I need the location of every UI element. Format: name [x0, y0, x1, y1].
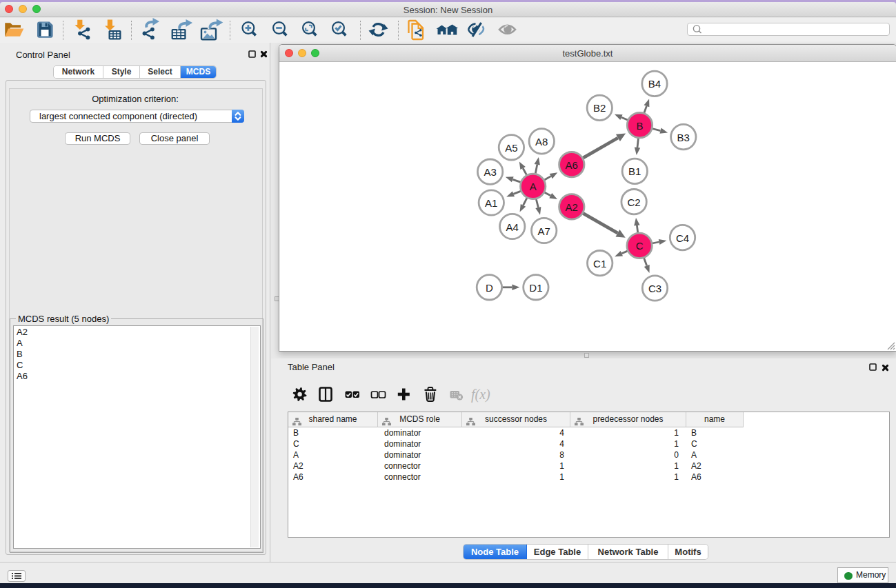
svg-text:A2: A2 [566, 201, 578, 213]
svg-text:D: D [486, 282, 493, 294]
svg-text:B2: B2 [593, 102, 606, 114]
svg-text:A4: A4 [506, 221, 519, 233]
svg-text:B3: B3 [677, 132, 690, 143]
svg-text:A8: A8 [535, 136, 548, 148]
svg-text:A6: A6 [566, 159, 578, 171]
svg-text:A: A [530, 181, 537, 192]
svg-text:C1: C1 [593, 258, 606, 270]
svg-text:D1: D1 [529, 282, 542, 294]
svg-text:C4: C4 [676, 232, 689, 244]
svg-text:C2: C2 [628, 196, 641, 208]
svg-text:A7: A7 [538, 225, 550, 237]
svg-text:B: B [636, 120, 643, 132]
svg-text:C3: C3 [648, 283, 661, 294]
svg-text:A1: A1 [485, 197, 497, 209]
svg-text:B4: B4 [648, 78, 661, 90]
svg-text:C: C [636, 240, 644, 252]
svg-text:f(x): f(x) [471, 387, 490, 403]
svg-text:A3: A3 [484, 166, 496, 178]
svg-text:B1: B1 [628, 165, 641, 177]
svg-text:A5: A5 [505, 142, 517, 154]
